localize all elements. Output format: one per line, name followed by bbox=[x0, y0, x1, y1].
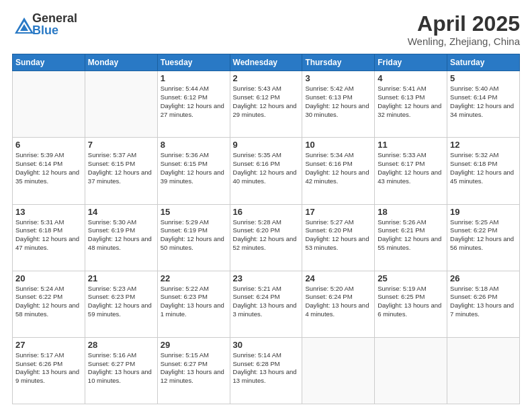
day-number: 2 bbox=[233, 73, 300, 83]
header-wednesday: Wednesday bbox=[230, 54, 302, 71]
day-number: 12 bbox=[450, 140, 517, 150]
table-row bbox=[302, 337, 375, 404]
table-row: 10Sunrise: 5:34 AM Sunset: 6:16 PM Dayli… bbox=[302, 138, 375, 204]
logo: General Blue bbox=[12, 12, 77, 36]
day-info: Sunrise: 5:37 AM Sunset: 6:15 PM Dayligh… bbox=[88, 151, 154, 185]
table-row: 24Sunrise: 5:20 AM Sunset: 6:24 PM Dayli… bbox=[302, 271, 375, 337]
day-number: 5 bbox=[450, 73, 517, 83]
table-row: 30Sunrise: 5:14 AM Sunset: 6:28 PM Dayli… bbox=[230, 337, 302, 404]
day-info: Sunrise: 5:28 AM Sunset: 6:20 PM Dayligh… bbox=[233, 218, 300, 253]
table-row bbox=[375, 337, 447, 404]
day-info: Sunrise: 5:32 AM Sunset: 6:18 PM Dayligh… bbox=[450, 151, 517, 185]
day-number: 24 bbox=[305, 273, 371, 283]
day-info: Sunrise: 5:42 AM Sunset: 6:13 PM Dayligh… bbox=[305, 85, 371, 119]
header-sunday: Sunday bbox=[13, 54, 85, 71]
table-row: 6Sunrise: 5:39 AM Sunset: 6:14 PM Daylig… bbox=[13, 138, 85, 204]
table-row: 14Sunrise: 5:30 AM Sunset: 6:19 PM Dayli… bbox=[85, 204, 157, 271]
calendar-week-row: 27Sunrise: 5:17 AM Sunset: 6:26 PM Dayli… bbox=[13, 337, 520, 404]
table-row: 9Sunrise: 5:35 AM Sunset: 6:16 PM Daylig… bbox=[230, 138, 302, 204]
table-row: 4Sunrise: 5:41 AM Sunset: 6:13 PM Daylig… bbox=[375, 71, 447, 138]
day-info: Sunrise: 5:19 AM Sunset: 6:25 PM Dayligh… bbox=[378, 285, 444, 319]
day-number: 10 bbox=[305, 140, 371, 150]
table-row: 16Sunrise: 5:28 AM Sunset: 6:20 PM Dayli… bbox=[230, 204, 302, 271]
day-info: Sunrise: 5:34 AM Sunset: 6:16 PM Dayligh… bbox=[305, 151, 371, 185]
day-number: 23 bbox=[233, 273, 300, 283]
day-number: 20 bbox=[15, 273, 82, 283]
title-block: April 2025 Wenling, Zhejiang, China bbox=[408, 12, 520, 47]
page: General Blue April 2025 Wenling, Zhejian… bbox=[0, 0, 532, 411]
calendar-table: Sunday Monday Tuesday Wednesday Thursday… bbox=[12, 54, 520, 404]
logo-general-text: General bbox=[32, 12, 77, 24]
table-row: 2Sunrise: 5:43 AM Sunset: 6:12 PM Daylig… bbox=[230, 71, 302, 138]
day-number: 26 bbox=[450, 273, 517, 283]
day-number: 19 bbox=[450, 207, 517, 217]
table-row: 26Sunrise: 5:18 AM Sunset: 6:26 PM Dayli… bbox=[447, 271, 520, 337]
calendar-week-row: 20Sunrise: 5:24 AM Sunset: 6:22 PM Dayli… bbox=[13, 271, 520, 337]
calendar-title: April 2025 bbox=[408, 12, 520, 36]
table-row: 1Sunrise: 5:44 AM Sunset: 6:12 PM Daylig… bbox=[157, 71, 230, 138]
day-info: Sunrise: 5:18 AM Sunset: 6:26 PM Dayligh… bbox=[450, 285, 517, 319]
logo-icon bbox=[12, 15, 31, 34]
day-info: Sunrise: 5:24 AM Sunset: 6:22 PM Dayligh… bbox=[15, 285, 82, 319]
table-row: 27Sunrise: 5:17 AM Sunset: 6:26 PM Dayli… bbox=[13, 337, 85, 404]
table-row: 29Sunrise: 5:15 AM Sunset: 6:27 PM Dayli… bbox=[157, 337, 230, 404]
calendar-week-row: 13Sunrise: 5:31 AM Sunset: 6:18 PM Dayli… bbox=[13, 204, 520, 271]
day-info: Sunrise: 5:17 AM Sunset: 6:26 PM Dayligh… bbox=[15, 351, 82, 385]
table-row: 13Sunrise: 5:31 AM Sunset: 6:18 PM Dayli… bbox=[13, 204, 85, 271]
day-info: Sunrise: 5:14 AM Sunset: 6:28 PM Dayligh… bbox=[233, 351, 300, 385]
day-info: Sunrise: 5:29 AM Sunset: 6:19 PM Dayligh… bbox=[161, 218, 227, 253]
day-number: 17 bbox=[305, 207, 371, 217]
day-info: Sunrise: 5:15 AM Sunset: 6:27 PM Dayligh… bbox=[161, 351, 227, 385]
day-number: 13 bbox=[15, 207, 82, 217]
header-friday: Friday bbox=[375, 54, 447, 71]
day-number: 7 bbox=[88, 140, 154, 150]
day-info: Sunrise: 5:39 AM Sunset: 6:14 PM Dayligh… bbox=[15, 151, 82, 185]
day-number: 27 bbox=[15, 340, 82, 350]
day-number: 16 bbox=[233, 207, 300, 217]
table-row: 23Sunrise: 5:21 AM Sunset: 6:24 PM Dayli… bbox=[230, 271, 302, 337]
calendar-week-row: 6Sunrise: 5:39 AM Sunset: 6:14 PM Daylig… bbox=[13, 138, 520, 204]
day-number: 22 bbox=[161, 273, 227, 283]
calendar-location: Wenling, Zhejiang, China bbox=[408, 36, 520, 47]
day-number: 14 bbox=[88, 207, 154, 217]
header-monday: Monday bbox=[85, 54, 157, 71]
day-info: Sunrise: 5:44 AM Sunset: 6:12 PM Dayligh… bbox=[161, 85, 227, 119]
table-row bbox=[447, 337, 520, 404]
table-row: 18Sunrise: 5:26 AM Sunset: 6:21 PM Dayli… bbox=[375, 204, 447, 271]
day-info: Sunrise: 5:27 AM Sunset: 6:20 PM Dayligh… bbox=[305, 218, 371, 253]
day-info: Sunrise: 5:40 AM Sunset: 6:14 PM Dayligh… bbox=[450, 85, 517, 119]
day-number: 1 bbox=[161, 73, 227, 83]
day-info: Sunrise: 5:31 AM Sunset: 6:18 PM Dayligh… bbox=[15, 218, 82, 253]
day-info: Sunrise: 5:23 AM Sunset: 6:23 PM Dayligh… bbox=[88, 285, 154, 319]
day-number: 30 bbox=[233, 340, 300, 350]
day-info: Sunrise: 5:26 AM Sunset: 6:21 PM Dayligh… bbox=[378, 218, 444, 253]
table-row: 7Sunrise: 5:37 AM Sunset: 6:15 PM Daylig… bbox=[85, 138, 157, 204]
day-info: Sunrise: 5:43 AM Sunset: 6:12 PM Dayligh… bbox=[233, 85, 300, 119]
table-row: 20Sunrise: 5:24 AM Sunset: 6:22 PM Dayli… bbox=[13, 271, 85, 337]
day-info: Sunrise: 5:33 AM Sunset: 6:17 PM Dayligh… bbox=[378, 151, 444, 185]
day-number: 6 bbox=[15, 140, 82, 150]
day-info: Sunrise: 5:41 AM Sunset: 6:13 PM Dayligh… bbox=[378, 85, 444, 119]
day-number: 21 bbox=[88, 273, 154, 283]
calendar-week-row: 1Sunrise: 5:44 AM Sunset: 6:12 PM Daylig… bbox=[13, 71, 520, 138]
table-row: 19Sunrise: 5:25 AM Sunset: 6:22 PM Dayli… bbox=[447, 204, 520, 271]
day-number: 28 bbox=[88, 340, 154, 350]
day-number: 3 bbox=[305, 73, 371, 83]
table-row: 25Sunrise: 5:19 AM Sunset: 6:25 PM Dayli… bbox=[375, 271, 447, 337]
day-info: Sunrise: 5:20 AM Sunset: 6:24 PM Dayligh… bbox=[305, 285, 371, 319]
table-row: 5Sunrise: 5:40 AM Sunset: 6:14 PM Daylig… bbox=[447, 71, 520, 138]
table-row: 21Sunrise: 5:23 AM Sunset: 6:23 PM Dayli… bbox=[85, 271, 157, 337]
table-row: 8Sunrise: 5:36 AM Sunset: 6:15 PM Daylig… bbox=[157, 138, 230, 204]
table-row: 3Sunrise: 5:42 AM Sunset: 6:13 PM Daylig… bbox=[302, 71, 375, 138]
day-number: 9 bbox=[233, 140, 300, 150]
logo-text: General Blue bbox=[32, 12, 77, 36]
day-number: 11 bbox=[378, 140, 444, 150]
day-info: Sunrise: 5:35 AM Sunset: 6:16 PM Dayligh… bbox=[233, 151, 300, 185]
weekday-header-row: Sunday Monday Tuesday Wednesday Thursday… bbox=[13, 54, 520, 71]
day-info: Sunrise: 5:36 AM Sunset: 6:15 PM Dayligh… bbox=[161, 151, 227, 185]
day-info: Sunrise: 5:21 AM Sunset: 6:24 PM Dayligh… bbox=[233, 285, 300, 319]
day-info: Sunrise: 5:22 AM Sunset: 6:23 PM Dayligh… bbox=[161, 285, 227, 319]
table-row bbox=[85, 71, 157, 138]
table-row bbox=[13, 71, 85, 138]
day-number: 18 bbox=[378, 207, 444, 217]
